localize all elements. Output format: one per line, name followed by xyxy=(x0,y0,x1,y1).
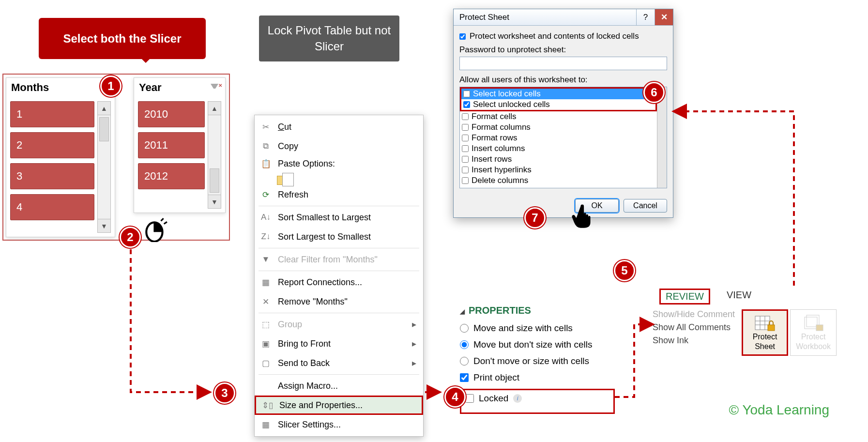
menu-refresh[interactable]: ⟳Refresh xyxy=(255,185,423,204)
slicer-item[interactable]: 2 xyxy=(10,132,94,158)
menu-remove[interactable]: ✕Remove "Months" xyxy=(255,292,423,311)
clear-filter-icon: ▼ xyxy=(260,255,271,264)
protect-workbook-button[interactable]: ProtectWorkbook xyxy=(790,309,837,356)
prop-nomove-nosize[interactable]: Don't move or size with cells xyxy=(460,356,615,366)
sort-asc-icon: A↓ xyxy=(260,213,271,222)
slicer-item[interactable]: 2011 xyxy=(138,132,205,158)
menu-assign-macro[interactable]: Assign Macro... xyxy=(255,376,423,396)
cancel-button[interactable]: Cancel xyxy=(624,199,667,213)
menu-clear-filter: ▼Clear Filter from "Months" xyxy=(255,250,423,269)
submenu-arrow-icon: ▸ xyxy=(412,338,416,349)
slicer-months-title: Months xyxy=(11,81,49,94)
step-badge-1: 1 xyxy=(100,76,122,97)
properties-header[interactable]: PROPERTIES xyxy=(460,305,615,316)
copy-icon: ⧉ xyxy=(260,141,271,151)
step-badge-3: 3 xyxy=(214,382,235,404)
perm-format-cells[interactable]: Format cells xyxy=(460,111,657,122)
menu-group: ⬚Group▸ xyxy=(255,315,423,334)
protect-sheet-button[interactable]: ProtectSheet xyxy=(742,309,788,356)
menu-copy[interactable]: ⧉Copy xyxy=(255,137,423,156)
menu-sort-asc[interactable]: A↓Sort Smallest to Largest xyxy=(255,208,423,227)
step-badge-2: 2 xyxy=(120,227,141,248)
right-click-icon xyxy=(143,217,168,242)
flow-arrows xyxy=(0,0,868,442)
connections-icon: ▦ xyxy=(260,277,271,288)
prop-locked[interactable]: Locked i xyxy=(465,393,609,404)
svg-line-2 xyxy=(161,218,163,221)
permissions-list[interactable]: Select locked cells Select unlocked cell… xyxy=(459,87,667,188)
copyright: © Yoda Learning xyxy=(729,402,829,418)
slicer-item[interactable]: 2010 xyxy=(138,101,205,127)
scrollbar[interactable] xyxy=(657,87,667,188)
context-menu[interactable]: ✂CuCutt ⧉Copy 📋Paste Options: ⟳Refresh A… xyxy=(254,115,424,437)
protect-sheet-icon xyxy=(754,314,776,332)
menu-bring-front[interactable]: ▣Bring to Front▸ xyxy=(255,334,423,353)
dialog-titlebar[interactable]: Protect Sheet ?✕ xyxy=(454,9,673,26)
ribbon-review-group: REVIEW VIEW Show/Hide Comment Show All C… xyxy=(653,289,861,356)
refresh-icon: ⟳ xyxy=(260,190,271,200)
perm-insert-hyperlinks[interactable]: Insert hyperlinks xyxy=(460,165,657,175)
svg-line-3 xyxy=(164,222,167,224)
send-back-icon: ▢ xyxy=(260,358,271,368)
info-icon[interactable]: i xyxy=(513,394,522,403)
slicer-item[interactable]: 2012 xyxy=(138,163,205,189)
cmd-show-ink[interactable]: Show Ink xyxy=(653,335,735,346)
perm-delete-rows[interactable]: Delete rows xyxy=(460,186,657,188)
menu-report-connections[interactable]: ▦Report Connections... xyxy=(255,273,423,292)
step-badge-6: 6 xyxy=(643,82,665,103)
protect-sheet-dialog[interactable]: Protect Sheet ?✕ Protect worksheet and c… xyxy=(453,9,673,218)
perm-select-locked[interactable]: Select locked cells xyxy=(461,89,655,99)
paste-option-icon[interactable] xyxy=(277,176,291,185)
clear-filter-icon[interactable] xyxy=(209,82,220,93)
menu-sort-desc[interactable]: Z↓Sort Largest to Smallest xyxy=(255,227,423,246)
prop-print-object[interactable]: Print object xyxy=(460,372,615,383)
allow-label: Allow all users of this worksheet to: xyxy=(459,75,667,85)
scrollbar[interactable]: ▲▼ xyxy=(208,101,221,209)
slicer-year[interactable]: Year 2010 2011 2012 ▲▼ xyxy=(134,77,226,213)
tab-view[interactable]: VIEW xyxy=(727,289,751,305)
callout-select-slicer: Select both the Slicer xyxy=(39,18,206,59)
cmd-show-hide-comment: Show/Hide Comment xyxy=(653,309,735,320)
menu-paste-options[interactable]: 📋Paste Options: xyxy=(255,156,423,185)
password-input[interactable] xyxy=(459,57,667,70)
protect-worksheet-checkbox[interactable] xyxy=(459,33,466,40)
menu-send-back[interactable]: ▢Send to Back▸ xyxy=(255,353,423,373)
properties-panel: PROPERTIES Move and size with cells Move… xyxy=(460,305,615,414)
perm-select-unlocked[interactable]: Select unlocked cells xyxy=(461,99,655,110)
perm-format-rows[interactable]: Format rows xyxy=(460,133,657,143)
perm-insert-columns[interactable]: Insert columns xyxy=(460,143,657,154)
prop-move-size[interactable]: Move and size with cells xyxy=(460,323,615,334)
menu-size-properties[interactable]: ⇕▯Size and Properties... xyxy=(255,396,423,415)
perm-insert-rows[interactable]: Insert rows xyxy=(460,154,657,165)
slicer-item[interactable]: 1 xyxy=(10,101,94,127)
step-badge-4: 4 xyxy=(444,386,466,408)
perm-format-columns[interactable]: Format columns xyxy=(460,122,657,133)
slicer-year-title: Year xyxy=(139,81,162,94)
submenu-arrow-icon: ▸ xyxy=(412,319,416,330)
cut-icon: ✂ xyxy=(260,122,271,132)
menu-cut[interactable]: ✂CuCutt xyxy=(255,117,423,137)
paste-icon: 📋 xyxy=(260,159,271,169)
prop-move-nosize[interactable]: Move but don't size with cells xyxy=(460,339,615,350)
slicer-months[interactable]: Months 1 2 3 4 ▲▼ xyxy=(6,77,115,237)
cmd-show-all-comments[interactable]: Show All Comments xyxy=(653,322,735,333)
svg-rect-9 xyxy=(768,325,775,331)
tab-review[interactable]: REVIEW xyxy=(659,289,710,305)
menu-slicer-settings[interactable]: ▦Slicer Settings... xyxy=(255,415,423,434)
help-icon[interactable]: ? xyxy=(636,9,655,25)
sort-desc-icon: Z↓ xyxy=(260,232,271,242)
step-badge-7: 7 xyxy=(524,207,546,229)
settings-icon: ▦ xyxy=(260,420,271,430)
step-badge-5: 5 xyxy=(614,260,635,281)
perm-delete-columns[interactable]: Delete columns xyxy=(460,175,657,186)
close-icon[interactable]: ✕ xyxy=(655,9,673,25)
size-icon: ⇕▯ xyxy=(262,400,273,411)
slicer-item[interactable]: 3 xyxy=(10,163,94,189)
svg-rect-12 xyxy=(816,325,823,331)
scrollbar[interactable]: ▲▼ xyxy=(97,101,111,233)
cursor-hand-icon xyxy=(570,202,597,229)
diagram-title: Lock Pivot Table but not Slicer xyxy=(259,15,399,61)
group-icon: ⬚ xyxy=(260,320,271,330)
slicer-item[interactable]: 4 xyxy=(10,194,94,220)
remove-icon: ✕ xyxy=(260,297,271,307)
